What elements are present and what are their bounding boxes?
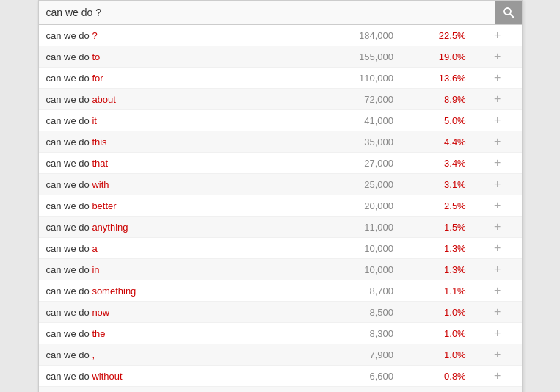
query-prefix: can we do [46, 286, 92, 297]
query-cell: can we do in [39, 259, 305, 280]
pct-cell: 22.5% [401, 25, 473, 46]
add-button[interactable]: + [473, 259, 522, 280]
query-prefix: can we do [46, 200, 92, 211]
query-suffix: the [92, 328, 105, 339]
query-cell: can we do better [39, 195, 305, 217]
query-cell: can we do something [39, 280, 305, 302]
table-row: can we do ?184,00022.5%+ [39, 25, 522, 46]
query-cell: can we do as [39, 387, 305, 393]
count-cell: 8,500 [304, 302, 401, 323]
add-button[interactable]: + [473, 323, 522, 344]
query-prefix: can we do [46, 30, 92, 41]
query-suffix: something [92, 286, 136, 297]
query-suffix: that [92, 158, 108, 169]
add-button[interactable]: + [473, 280, 522, 302]
query-suffix: anything [92, 222, 128, 233]
count-cell: 11,000 [304, 217, 401, 238]
add-button[interactable]: + [473, 46, 522, 68]
query-prefix: can we do [46, 158, 92, 169]
count-cell: 8,300 [304, 323, 401, 344]
query-suffix: for [92, 73, 103, 84]
count-cell: 110,000 [304, 68, 401, 89]
query-cell: can we do now [39, 302, 305, 323]
query-cell: can we do ? [39, 25, 305, 46]
add-button[interactable]: + [473, 68, 522, 89]
table-row: can we do with25,0003.1%+ [39, 174, 522, 195]
query-cell: can we do anything [39, 217, 305, 238]
add-button[interactable]: + [473, 25, 522, 46]
table-row: can we do anything11,0001.5%+ [39, 217, 522, 238]
query-prefix: can we do [46, 243, 92, 254]
add-button[interactable]: + [473, 387, 522, 393]
query-prefix: can we do [46, 115, 92, 126]
table-row: can we do to155,00019.0%+ [39, 46, 522, 68]
add-button[interactable]: + [473, 89, 522, 110]
add-button[interactable]: + [473, 195, 522, 217]
pct-cell: 0.8% [401, 366, 473, 387]
query-suffix: now [92, 307, 109, 318]
query-prefix: can we do [46, 137, 92, 148]
add-button[interactable]: + [473, 110, 522, 131]
query-suffix: to [92, 51, 100, 62]
pct-cell: 3.4% [401, 153, 473, 174]
pct-cell: 1.0% [401, 323, 473, 344]
pct-cell: 13.6% [401, 68, 473, 89]
table-row: can we do as6,3000.8%+ [39, 387, 522, 393]
table-row: can we do better20,0002.5%+ [39, 195, 522, 217]
table-row: can we do ,7,9001.0%+ [39, 344, 522, 366]
add-button[interactable]: + [473, 344, 522, 366]
query-suffix: , [92, 349, 95, 360]
count-cell: 10,000 [304, 238, 401, 259]
query-cell: can we do this [39, 131, 305, 153]
pct-cell: 1.0% [401, 344, 473, 366]
count-cell: 41,000 [304, 110, 401, 131]
table-row: can we do this35,0004.4%+ [39, 131, 522, 153]
pct-cell: 1.0% [401, 302, 473, 323]
query-prefix: can we do [46, 222, 92, 233]
query-cell: can we do for [39, 68, 305, 89]
add-button[interactable]: + [473, 174, 522, 195]
svg-line-1 [510, 14, 514, 18]
pct-cell: 4.4% [401, 131, 473, 153]
count-cell: 35,000 [304, 131, 401, 153]
query-suffix: ? [92, 30, 97, 41]
table-row: can we do it41,0005.0%+ [39, 110, 522, 131]
query-cell: can we do the [39, 323, 305, 344]
count-cell: 155,000 [304, 46, 401, 68]
query-prefix: can we do [46, 371, 92, 382]
pct-cell: 1.5% [401, 217, 473, 238]
search-button[interactable] [495, 1, 522, 24]
add-button[interactable]: + [473, 302, 522, 323]
pct-cell: 0.8% [401, 387, 473, 393]
count-cell: 7,900 [304, 344, 401, 366]
add-button[interactable]: + [473, 153, 522, 174]
query-prefix: can we do [46, 51, 92, 62]
count-cell: 6,300 [304, 387, 401, 393]
add-button[interactable]: + [473, 131, 522, 153]
query-cell: can we do to [39, 46, 305, 68]
table-row: can we do a10,0001.3%+ [39, 238, 522, 259]
query-cell: can we do without [39, 366, 305, 387]
add-button[interactable]: + [473, 366, 522, 387]
table-row: can we do in10,0001.3%+ [39, 259, 522, 280]
pct-cell: 1.3% [401, 238, 473, 259]
add-button[interactable]: + [473, 217, 522, 238]
table-row: can we do that27,0003.4%+ [39, 153, 522, 174]
search-input[interactable] [39, 1, 484, 24]
count-cell: 27,000 [304, 153, 401, 174]
pct-cell: 3.1% [401, 174, 473, 195]
table-row: can we do for110,00013.6%+ [39, 68, 522, 89]
query-suffix: in [92, 264, 99, 275]
query-prefix: can we do [46, 349, 92, 360]
count-cell: 8,700 [304, 280, 401, 302]
add-button[interactable]: + [473, 238, 522, 259]
query-suffix: without [92, 371, 122, 382]
results-table: can we do ?184,00022.5%+can we do to155,… [39, 25, 522, 392]
query-suffix: this [92, 137, 106, 148]
query-suffix: better [92, 200, 116, 211]
search-icon [503, 7, 514, 18]
count-cell: 25,000 [304, 174, 401, 195]
query-prefix: can we do [46, 328, 92, 339]
count-cell: 10,000 [304, 259, 401, 280]
table-row: can we do the8,3001.0%+ [39, 323, 522, 344]
